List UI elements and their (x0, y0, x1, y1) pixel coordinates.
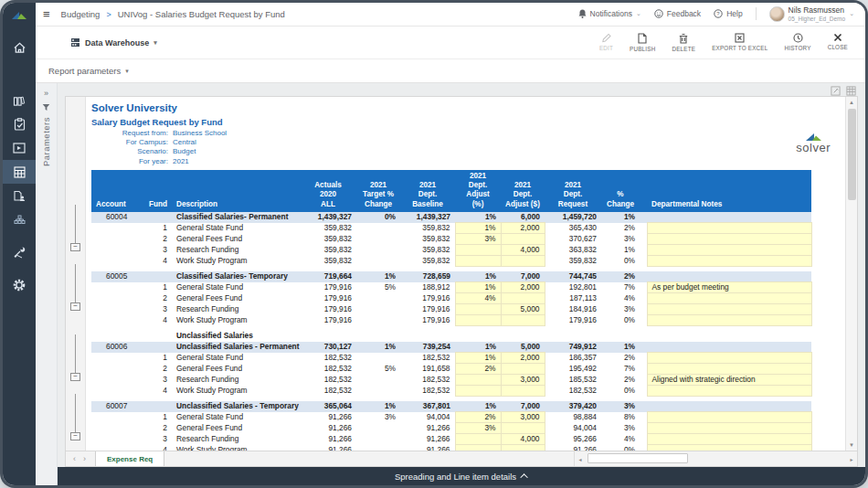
edit-sheet-icon[interactable] (830, 85, 841, 96)
adjust-amt-input[interactable]: 2,000 (501, 223, 545, 234)
sidebar-item-settings[interactable] (3, 273, 36, 297)
adjust-amt-input[interactable]: 5,000 (501, 304, 545, 315)
export-to-excel-button[interactable]: EXPORT TO EXCEL (704, 33, 776, 51)
scroll-up-icon[interactable]: ▲ (846, 97, 858, 108)
note-input[interactable] (647, 234, 811, 245)
note-input[interactable] (647, 223, 811, 234)
change-pct-cell: 2% (601, 271, 640, 282)
delete-button[interactable]: DELETE (663, 33, 704, 52)
note-input[interactable]: Aligned with strategic direction (647, 375, 811, 386)
scroll-down-icon[interactable]: ▼ (846, 440, 858, 451)
baseline-cell: 1,439,327 (400, 212, 455, 223)
adjust-amt-input[interactable] (501, 293, 545, 304)
collapse-group-button[interactable]: − (70, 243, 80, 251)
adjust-pct-input[interactable]: 1% (455, 223, 501, 234)
tasks-clipboard-icon (14, 118, 26, 131)
sheet-tab-expense-req[interactable]: Expense Req (95, 451, 164, 466)
report-parameters-dropdown[interactable]: Report parameters ▾ (36, 59, 865, 83)
scroll-right-icon[interactable]: ▸ (846, 451, 857, 466)
sidebar-item-workflow[interactable] (3, 207, 36, 231)
adjust-amt-input[interactable] (501, 315, 545, 326)
change-pct-cell: 1% (601, 342, 640, 353)
note-input[interactable] (647, 245, 811, 256)
sidebar-item-home[interactable] (3, 36, 36, 59)
fund-cell: 4 (144, 256, 172, 267)
adjust-amt-input[interactable]: 4,000 (501, 245, 545, 256)
adjust-amt-input[interactable]: 3,000 (501, 412, 545, 423)
adjust-pct-input[interactable] (455, 315, 501, 326)
parameters-side-panel[interactable]: » Parameters (36, 83, 58, 485)
sidebar-item-reports[interactable] (3, 136, 36, 160)
vertical-scrollbar[interactable]: ▲ ▼ (845, 97, 857, 451)
spreading-details-bar[interactable]: Spreading and Line item details (58, 467, 865, 485)
adjust-amt-input[interactable]: 2,000 (501, 282, 545, 293)
scroll-left-icon[interactable]: ◂ (575, 451, 586, 466)
next-sheet-icon[interactable]: › (83, 454, 86, 463)
adjust-amt-input[interactable] (501, 364, 545, 375)
horizontal-scrollbar[interactable]: ◂ ▸ (574, 451, 857, 466)
sidebar-item-documents[interactable] (3, 184, 36, 207)
menu-icon[interactable]: ≡ (43, 8, 50, 20)
adjust-pct-input[interactable] (455, 375, 501, 386)
data-source-selector[interactable]: Data Warehouse ▾ (70, 37, 157, 48)
note-input[interactable] (647, 434, 811, 445)
adjust-pct-input[interactable] (455, 304, 501, 315)
collapse-group-button[interactable]: − (70, 432, 80, 440)
note-input[interactable] (647, 353, 811, 364)
adjust-amt-input[interactable]: 4,000 (501, 434, 545, 445)
adjust-pct-input[interactable] (455, 256, 501, 267)
adjust-amt-input[interactable]: 2,000 (501, 353, 545, 364)
adjust-pct-input[interactable] (455, 434, 501, 445)
note-input[interactable] (647, 423, 811, 434)
sidebar-item-budget-input[interactable] (3, 160, 36, 184)
collapse-group-button[interactable]: − (70, 373, 80, 381)
note-input[interactable] (647, 293, 811, 304)
adjust-pct-input[interactable] (455, 386, 501, 397)
collapse-group-button[interactable]: − (70, 302, 80, 311)
adjust-amt-input[interactable] (501, 386, 545, 397)
sidebar-item-tasks[interactable] (3, 112, 36, 136)
help-button[interactable]: ? Help (714, 9, 742, 18)
scrollbar-thumb[interactable] (848, 109, 856, 200)
note-input[interactable]: As per budget meeting (647, 282, 811, 293)
edit-button[interactable]: EDIT (591, 33, 621, 51)
adjust-pct-input[interactable] (455, 245, 501, 256)
close-button[interactable]: CLOSE (820, 33, 856, 50)
adjust-pct-input[interactable]: 3% (455, 234, 501, 245)
note-input[interactable] (647, 386, 811, 397)
adjust-amt-input[interactable] (501, 445, 545, 451)
note-input[interactable] (647, 445, 811, 451)
prev-sheet-icon[interactable]: ‹ (73, 454, 76, 463)
adjust-amt-input[interactable] (501, 234, 545, 245)
solver-logo-icon[interactable] (3, 3, 36, 27)
note-input[interactable] (647, 304, 811, 315)
spreadsheet-panel: − − − − Solver University (65, 96, 858, 467)
adjust-amt-input[interactable] (501, 256, 545, 267)
adjust-pct-input[interactable]: 2% (455, 364, 501, 375)
adjust-amt-input[interactable]: 3,000 (501, 375, 545, 386)
scrollbar-thumb[interactable] (587, 453, 688, 463)
note-input[interactable] (647, 315, 811, 326)
grid-view-icon[interactable] (845, 85, 856, 96)
history-button[interactable]: HISTORY (776, 33, 819, 51)
sidebar-item-models[interactable] (3, 89, 36, 112)
fund-cell: 1 (144, 412, 172, 423)
user-menu[interactable]: Nils Rasmussen 05_Higher_Ed_Demo ⌄ (769, 6, 854, 22)
account-cell (91, 223, 144, 234)
note-input[interactable] (647, 364, 811, 375)
col-adjust-pct: 2021 Dept. Adjust (%) (455, 170, 501, 212)
adjust-pct-input[interactable] (455, 445, 501, 451)
adjust-pct-input[interactable]: 4% (455, 293, 501, 304)
publish-button[interactable]: PUBLISH (621, 33, 663, 52)
sidebar-item-tools[interactable] (3, 240, 36, 264)
feedback-button[interactable]: Feedback (654, 9, 701, 18)
adjust-pct-input[interactable]: 1% (455, 282, 501, 293)
adjust-pct-input[interactable]: 3% (455, 423, 501, 434)
breadcrumb-app[interactable]: Budgeting (61, 9, 101, 19)
adjust-pct-input[interactable]: 1% (455, 353, 501, 364)
adjust-amt-input[interactable] (501, 423, 545, 434)
note-input[interactable] (647, 256, 811, 267)
adjust-pct-input[interactable]: 2% (455, 412, 501, 423)
notifications-button[interactable]: Notifications ⌄ (578, 9, 641, 18)
note-input[interactable] (647, 412, 811, 423)
